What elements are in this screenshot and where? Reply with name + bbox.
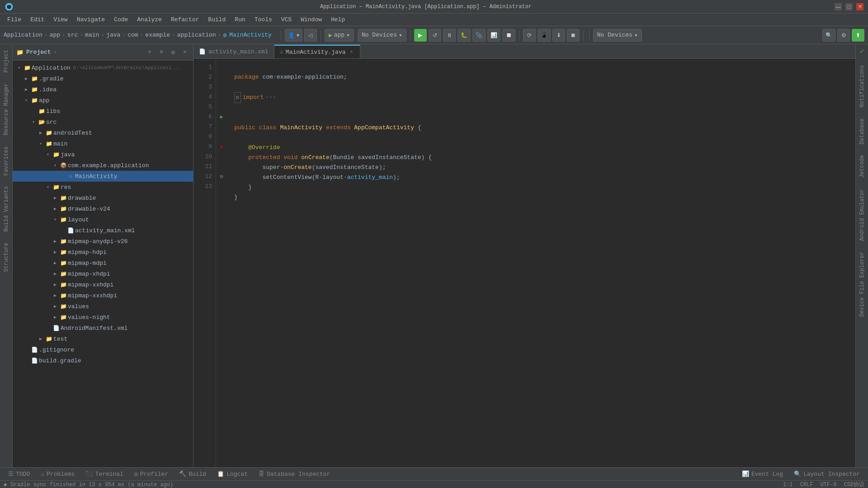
code-editor[interactable]: package com·example·application; ⊟ impor…: [227, 59, 855, 467]
minimize-button[interactable]: —: [835, 3, 842, 10]
android-emulator-label[interactable]: Android Emulator: [857, 183, 867, 246]
close-button[interactable]: ✕: [856, 3, 863, 10]
tree-app[interactable]: ▾ 📁 app: [13, 95, 193, 106]
run-gutter-btn[interactable]: ▶: [220, 112, 223, 122]
device-selector-1[interactable]: No Devices ▾: [358, 29, 406, 42]
collapse-all-button[interactable]: ≡: [157, 48, 166, 57]
notifications-label[interactable]: Notifications: [857, 60, 867, 113]
tree-gitignore[interactable]: ▶ 📄 .gitignore: [13, 344, 193, 355]
tree-mipmap-xhdpi[interactable]: ▶ 📁 mipmap-xhdpi: [13, 268, 193, 279]
tree-mipmap-xxxhdpi[interactable]: ▶ 📁 mipmap-xxxhdpi: [13, 290, 193, 301]
build-variants-label[interactable]: Build Variants: [1, 181, 11, 237]
todo-tab[interactable]: ☰ TODO: [4, 468, 34, 480]
device-selector-2[interactable]: No Devices ▾: [593, 29, 642, 42]
breadcrumb-app[interactable]: app: [50, 32, 60, 38]
tree-manifest[interactable]: ▶ 📄 AndroidManifest.xml: [13, 323, 193, 333]
app-selector[interactable]: ▶ app ▾: [325, 29, 354, 42]
menu-code[interactable]: Code: [110, 15, 132, 24]
close-panel-button[interactable]: ×: [180, 48, 189, 57]
terminal-tab[interactable]: ⬛ Terminal: [81, 468, 127, 480]
avd-button[interactable]: 📱: [538, 29, 551, 42]
line-ending[interactable]: CRLF: [800, 482, 813, 488]
tree-layout[interactable]: ▾ 📁 layout: [13, 214, 193, 225]
resource-manager-label[interactable]: Resource Manager: [1, 78, 11, 141]
tab-activity-main[interactable]: 📄 activity_main.xml: [193, 45, 274, 58]
jetcode-label[interactable]: Jetcode: [857, 150, 867, 183]
tree-build-gradle[interactable]: ▶ 📄 build.gradle: [13, 355, 193, 366]
file-encoding[interactable]: UTF-8: [820, 482, 836, 488]
tree-root[interactable]: ▾ 📁 Application D:\AllCodeAPP\JetBrains\…: [13, 62, 193, 73]
cursor-position[interactable]: 1:1: [783, 482, 793, 488]
favorites-label[interactable]: Favorites: [1, 141, 11, 181]
sync-button[interactable]: ⟳: [523, 29, 536, 42]
maximize-button[interactable]: □: [845, 3, 853, 10]
menu-view[interactable]: View: [50, 15, 71, 24]
tree-values[interactable]: ▶ 📁 values: [13, 301, 193, 312]
run-button[interactable]: ▶: [414, 29, 427, 42]
breadcrumb-src[interactable]: src: [67, 32, 78, 38]
database-label[interactable]: Database: [857, 113, 867, 150]
tree-java[interactable]: ▾ 📁 java: [13, 149, 193, 160]
tree-libs[interactable]: ▶ 📁 libs: [13, 106, 193, 117]
database-inspector-tab[interactable]: 🗄 Database Inspector: [254, 468, 335, 480]
tree-drawable[interactable]: ▶ 📁 drawable: [13, 192, 193, 203]
tree-package[interactable]: ▾ 📦 com.example.application: [13, 160, 193, 171]
menu-edit[interactable]: Edit: [27, 15, 48, 24]
menu-analyze[interactable]: Analyze: [133, 15, 165, 24]
build-tab[interactable]: 🔨 Build: [175, 468, 211, 480]
attach-debugger-button[interactable]: 📎: [472, 29, 486, 42]
breakpoint-9[interactable]: ●: [220, 142, 223, 152]
project-dropdown-arrow[interactable]: ▾: [54, 49, 57, 55]
menu-run[interactable]: Run: [231, 15, 249, 24]
code-content[interactable]: package com·example·application; ⊟ impor…: [227, 59, 855, 467]
tree-androidtest[interactable]: ▶ 📁 androidTest: [13, 127, 193, 138]
tree-mipmap-anydpi[interactable]: ▶ 📁 mipmap-anydpi-v26: [13, 236, 193, 247]
debug-button[interactable]: 🐛: [458, 29, 471, 42]
breadcrumb-pkg[interactable]: application: [177, 32, 216, 38]
menu-help[interactable]: Help: [327, 15, 349, 24]
check-mark[interactable]: ✓: [857, 46, 867, 56]
fold-12[interactable]: ⊟: [220, 172, 223, 182]
tree-mainactivity[interactable]: ▶ ☉ MainActivity: [13, 171, 193, 182]
breadcrumb-example[interactable]: example: [145, 32, 170, 38]
panel-options-button[interactable]: ⚙: [169, 48, 178, 57]
device-file-explorer-label[interactable]: Device File Explorer: [857, 246, 867, 322]
structure-label[interactable]: Structure: [1, 237, 11, 277]
tree-src[interactable]: ▾ 📂 src: [13, 117, 193, 127]
stop-run-button[interactable]: ⏸: [443, 29, 456, 42]
menu-tools[interactable]: Tools: [251, 15, 276, 24]
layout-inspector-tab[interactable]: 🔍 Layout Inspector: [789, 468, 864, 480]
logcat-tab[interactable]: 📋 Logcat: [212, 468, 252, 480]
search-everywhere-button[interactable]: 🔍: [822, 29, 835, 42]
breadcrumb-com[interactable]: com: [127, 32, 138, 38]
breadcrumb-main[interactable]: main: [85, 32, 99, 38]
event-log-tab[interactable]: 📊 Event Log: [737, 468, 788, 480]
menu-window[interactable]: Window: [297, 15, 326, 24]
tree-test[interactable]: ▶ 📁 test: [13, 333, 193, 344]
tree-drawable-v24[interactable]: ▶ 📁 drawable-v24: [13, 203, 193, 214]
menu-file[interactable]: File: [4, 15, 25, 24]
tree-mipmap-xxhdpi[interactable]: ▶ 📁 mipmap-xxhdpi: [13, 279, 193, 290]
rerun-button[interactable]: ↺: [429, 29, 441, 42]
stop-button[interactable]: ⏹: [567, 29, 580, 42]
project-sidebar-label[interactable]: Project: [1, 44, 11, 78]
profiler-tab[interactable]: ◎ Profiler: [130, 468, 173, 480]
tree-activity-main-xml[interactable]: ▶ 📄 activity_main.xml: [13, 225, 193, 236]
tree-mipmap-hdpi[interactable]: ▶ 📁 mipmap-hdpi: [13, 247, 193, 258]
tree-mipmap-mdpi[interactable]: ▶ 📁 mipmap-mdpi: [13, 258, 193, 268]
problems-tab[interactable]: ⚠ Problems: [36, 468, 79, 480]
breadcrumb-class[interactable]: MainActivity: [229, 32, 272, 38]
tab-mainactivity[interactable]: ☉ MainActivity.java ×: [274, 45, 361, 58]
update-button[interactable]: ⬆: [852, 29, 864, 42]
breadcrumb-java[interactable]: java: [106, 32, 120, 38]
back-button[interactable]: ◁: [304, 29, 317, 42]
tree-res[interactable]: ▾ 📁 res: [13, 182, 193, 192]
settings-button[interactable]: ⚙: [837, 29, 850, 42]
vcs-button[interactable]: 👤 ▾: [285, 29, 302, 42]
tree-idea-dir[interactable]: ▶ 📁 .idea: [13, 84, 193, 95]
tree-main[interactable]: ▾ 📁 main: [13, 138, 193, 149]
menu-build[interactable]: Build: [204, 15, 229, 24]
menu-navigate[interactable]: Navigate: [73, 15, 108, 24]
add-button[interactable]: +: [145, 48, 154, 57]
window-controls[interactable]: — □ ✕: [835, 3, 863, 10]
